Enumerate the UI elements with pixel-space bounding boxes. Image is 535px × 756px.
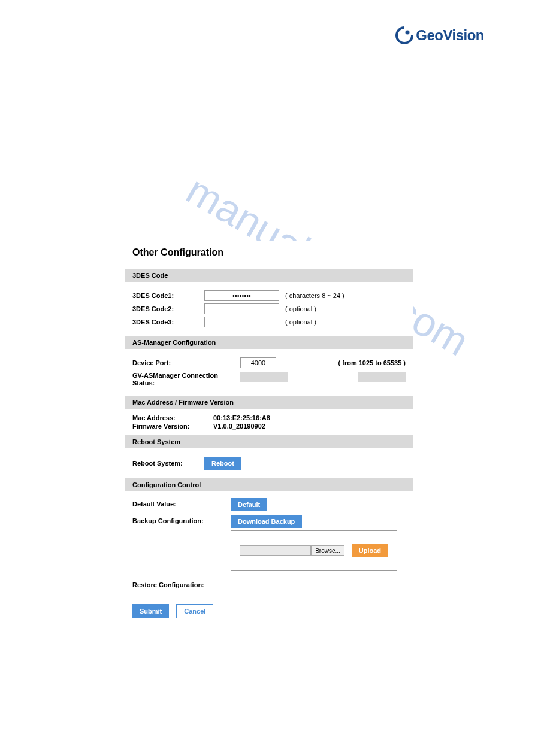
- default-value-label: Default Value:: [132, 498, 231, 508]
- fw-label: Firmware Version:: [132, 423, 213, 430]
- reboot-button[interactable]: Reboot: [204, 457, 241, 470]
- conn-status-1: [240, 372, 288, 382]
- section-3des: 3DES Code: [125, 269, 413, 282]
- des-code3-label: 3DES Code3:: [132, 318, 204, 326]
- config-panel: Other Configuration 3DES Code 3DES Code1…: [125, 241, 413, 626]
- logo-icon: [395, 26, 413, 44]
- fw-value: V1.0.0_20190902: [213, 423, 265, 430]
- restore-label: Restore Configuration:: [132, 579, 231, 588]
- des-code2-hint: ( optional ): [285, 305, 316, 312]
- submit-button[interactable]: Submit: [132, 604, 169, 618]
- reboot-label: Reboot System:: [132, 460, 204, 467]
- device-port-hint: ( from 1025 to 65535 ): [338, 359, 406, 366]
- backup-label: Backup Configuration:: [132, 515, 231, 524]
- mac-value: 00:13:E2:25:16:A8: [213, 414, 270, 421]
- conn-status-label: GV-ASManager Connection Status:: [132, 372, 240, 387]
- browse-button[interactable]: Browse...: [311, 545, 344, 556]
- des-code2-label: 3DES Code2:: [132, 305, 204, 312]
- des-code3-input[interactable]: [204, 317, 279, 327]
- page-title: Other Configuration: [125, 241, 413, 269]
- section-reboot: Reboot System: [125, 435, 413, 448]
- des-code2-input[interactable]: [204, 303, 279, 314]
- des-code1-label: 3DES Code1:: [132, 292, 204, 299]
- default-button[interactable]: Default: [231, 498, 267, 511]
- section-asmgr: AS-Manager Configuration: [125, 336, 413, 349]
- device-port-label: Device Port:: [132, 359, 240, 366]
- des-code1-input[interactable]: [204, 290, 279, 301]
- upload-button[interactable]: Upload: [352, 544, 388, 557]
- cancel-button[interactable]: Cancel: [176, 604, 213, 618]
- download-backup-button[interactable]: Download Backup: [231, 515, 302, 528]
- mac-label: Mac Address:: [132, 414, 213, 421]
- section-macfw: Mac Address / Firmware Version: [125, 396, 413, 409]
- device-port-input[interactable]: [240, 357, 276, 368]
- file-path-input[interactable]: [240, 545, 311, 556]
- section-cfgctl: Configuration Control: [125, 478, 413, 491]
- brand-logo: GeoVision: [395, 26, 484, 44]
- des-code3-hint: ( optional ): [285, 318, 316, 326]
- brand-name: GeoVision: [416, 27, 484, 44]
- svg-point-0: [406, 31, 410, 35]
- conn-status-2: [358, 372, 406, 382]
- des-code1-hint: ( characters 8 ~ 24 ): [285, 292, 344, 299]
- upload-box: Browse... Upload: [231, 530, 397, 571]
